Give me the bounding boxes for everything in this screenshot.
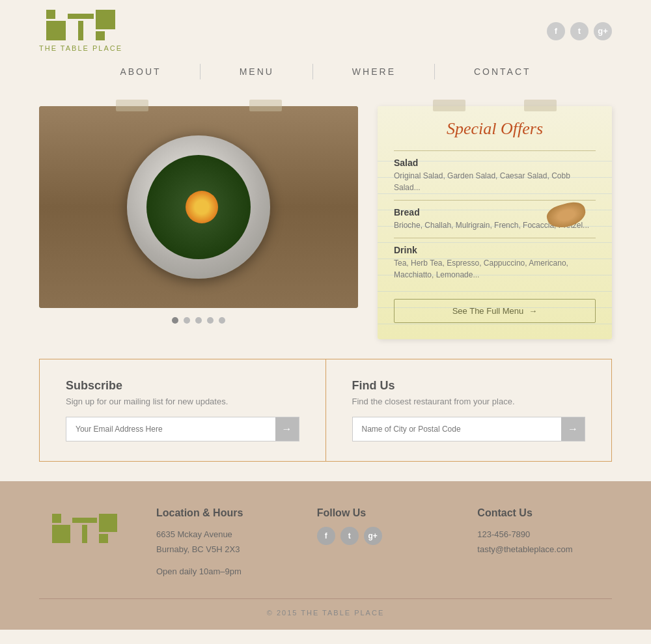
logo-block-left bbox=[46, 10, 66, 40]
header: The Table Place f t g+ ABOUT MENU WHERE … bbox=[0, 0, 651, 87]
slideshow-image[interactable] bbox=[39, 106, 358, 308]
footer-sq-sm-left bbox=[52, 514, 61, 523]
logo-sq-sm-left bbox=[46, 10, 55, 19]
footer-content: Location & Hours 6635 Mckay Avenue Burna… bbox=[39, 507, 612, 579]
find-us-desc: Find the closest restaurant from your pl… bbox=[352, 397, 586, 406]
footer-location: Location & Hours 6635 Mckay Avenue Burna… bbox=[156, 507, 291, 579]
tape-offer-right bbox=[524, 100, 557, 111]
google-icon-header[interactable]: g+ bbox=[594, 22, 612, 40]
main-nav: ABOUT MENU WHERE CONTACT bbox=[39, 59, 612, 87]
egg-yolk bbox=[186, 191, 218, 223]
footer-logo[interactable] bbox=[39, 507, 130, 543]
logo-name: The Table Place bbox=[39, 44, 122, 52]
arrow-icon: → bbox=[529, 306, 537, 316]
footer-copyright: © 2015 THE TABLE PLACE bbox=[39, 609, 612, 617]
footer-hours: Open daily 10am–9pm bbox=[156, 564, 291, 579]
food-plate bbox=[127, 135, 270, 279]
footer-sq-mid bbox=[82, 525, 87, 543]
offer-drink: Drink Tea, Herb Tea, Espresso, Cappuccin… bbox=[394, 238, 596, 287]
slide-dots bbox=[39, 317, 358, 324]
footer-contact: Contact Us 123-456-7890 tasty@thetablepl… bbox=[477, 507, 612, 557]
logo-center bbox=[68, 14, 94, 40]
footer-phone: 123-456-7890 bbox=[477, 527, 612, 542]
find-us-submit-button[interactable]: → bbox=[561, 417, 585, 441]
offer-salad-name: Salad bbox=[394, 158, 596, 168]
facebook-icon-header[interactable]: f bbox=[547, 22, 565, 40]
slide-dot-2[interactable] bbox=[184, 317, 190, 324]
find-us-box: Find Us Find the closest restaurant from… bbox=[326, 359, 612, 461]
tape-top-right bbox=[378, 100, 612, 111]
logo-icon bbox=[46, 10, 115, 40]
tape-top bbox=[39, 100, 358, 111]
footer-follow-heading: Follow Us bbox=[317, 507, 452, 519]
subscribe-heading: Subscribe bbox=[66, 379, 299, 393]
offer-salad-desc: Original Salad, Garden Salad, Caesar Sal… bbox=[394, 170, 596, 193]
two-col-boxes: Subscribe Sign up for our mailing list f… bbox=[39, 359, 612, 462]
logo[interactable]: The Table Place bbox=[39, 10, 122, 52]
main-content: Special Offers Salad Original Salad, Gar… bbox=[0, 87, 651, 359]
special-offers: Special Offers Salad Original Salad, Gar… bbox=[378, 100, 612, 339]
footer-google-icon[interactable]: g+ bbox=[364, 527, 382, 545]
footer-sq-top bbox=[72, 518, 97, 523]
nav-item-contact[interactable]: CONTACT bbox=[435, 66, 570, 77]
food-inner bbox=[146, 155, 251, 259]
footer-address-line2: Burnaby, BC V5H 2X3 bbox=[156, 542, 291, 557]
footer-address-line1: 6635 Mckay Avenue bbox=[156, 527, 291, 542]
logo-center-top bbox=[68, 14, 94, 19]
offer-drink-desc: Tea, Herb Tea, Espresso, Cappuccino, Ame… bbox=[394, 257, 596, 281]
footer-facebook-icon[interactable]: f bbox=[317, 527, 335, 545]
tape-left bbox=[116, 100, 148, 111]
logo-sq-sm-right bbox=[96, 31, 105, 40]
footer-twitter-icon[interactable]: t bbox=[340, 527, 359, 545]
find-us-input-row: → bbox=[352, 417, 586, 441]
middle-section: Subscribe Sign up for our mailing list f… bbox=[0, 359, 651, 481]
nav-item-about[interactable]: ABOUT bbox=[81, 66, 200, 77]
footer-logo-center bbox=[72, 518, 97, 543]
see-full-menu-button[interactable]: See The Full Menu → bbox=[394, 299, 596, 323]
subscribe-submit-button[interactable]: → bbox=[275, 417, 299, 441]
nav-item-menu[interactable]: MENU bbox=[201, 66, 313, 77]
find-us-heading: Find Us bbox=[352, 379, 586, 393]
city-postal-input[interactable] bbox=[353, 418, 562, 440]
tape-right bbox=[249, 100, 282, 111]
footer-divider bbox=[39, 598, 612, 599]
logo-center-mid bbox=[78, 21, 83, 40]
footer-follow: Follow Us f t g+ bbox=[317, 507, 452, 545]
social-icons-header: f t g+ bbox=[547, 22, 612, 40]
slide-dot-5[interactable] bbox=[219, 317, 225, 324]
footer-sq-sm-right bbox=[99, 534, 108, 543]
slide-dot-3[interactable] bbox=[195, 317, 202, 324]
slide-dot-1[interactable] bbox=[172, 317, 178, 324]
footer-logo-right bbox=[99, 514, 117, 543]
subscribe-input-row: → bbox=[66, 417, 299, 441]
footer-sq-lg-left bbox=[52, 525, 70, 543]
footer: Location & Hours 6635 Mckay Avenue Burna… bbox=[0, 481, 651, 630]
offer-salad: Salad Original Salad, Garden Salad, Caes… bbox=[394, 150, 596, 200]
offers-card: Special Offers Salad Original Salad, Gar… bbox=[378, 106, 612, 339]
offers-title: Special Offers bbox=[394, 119, 596, 139]
email-input[interactable] bbox=[66, 418, 275, 440]
footer-location-heading: Location & Hours bbox=[156, 507, 291, 519]
slideshow bbox=[39, 100, 358, 324]
footer-email[interactable]: tasty@thetableplace.com bbox=[477, 542, 612, 557]
logo-sq-lg-right bbox=[96, 10, 115, 29]
subscribe-box: Subscribe Sign up for our mailing list f… bbox=[40, 359, 326, 461]
nav-item-where[interactable]: WHERE bbox=[313, 66, 435, 77]
footer-logo-icon bbox=[52, 514, 117, 543]
offer-drink-name: Drink bbox=[394, 245, 596, 255]
logo-block-right bbox=[96, 10, 115, 40]
logo-sq-lg-left bbox=[46, 21, 66, 40]
offer-bread: Bread Brioche, Challah, Mulrigrain, Fren… bbox=[394, 200, 596, 238]
footer-sq-lg-right bbox=[99, 514, 117, 532]
see-full-menu-label: See The Full Menu bbox=[452, 306, 524, 316]
slide-dot-4[interactable] bbox=[207, 317, 214, 324]
tape-offer-left bbox=[433, 100, 465, 111]
footer-social-icons: f t g+ bbox=[317, 527, 452, 545]
twitter-icon-header[interactable]: t bbox=[570, 22, 589, 40]
footer-logo-left bbox=[52, 514, 70, 543]
header-top: The Table Place f t g+ bbox=[39, 10, 612, 59]
footer-contact-heading: Contact Us bbox=[477, 507, 612, 519]
subscribe-desc: Sign up for our mailing list for new upd… bbox=[66, 397, 299, 406]
